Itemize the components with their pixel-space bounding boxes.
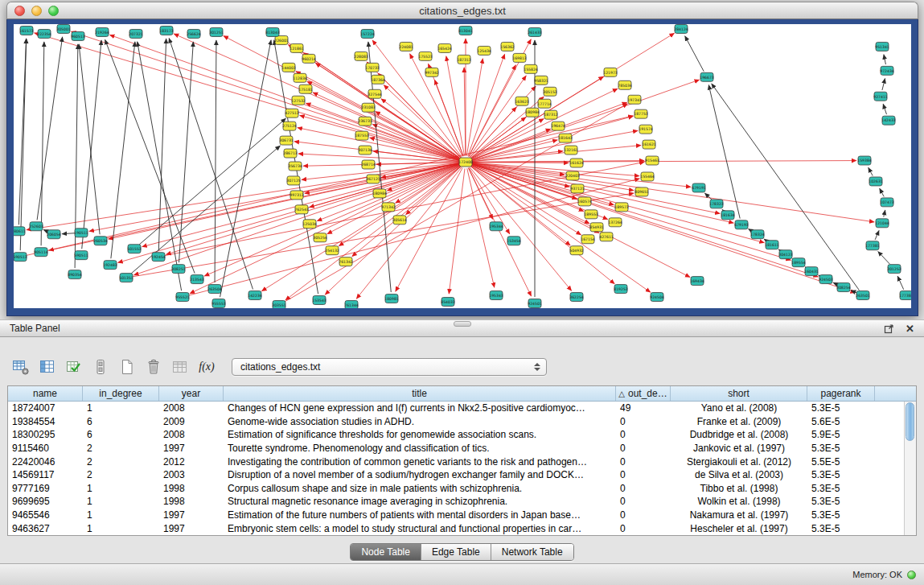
graph-edge[interactable]	[884, 210, 885, 216]
graph-node[interactable]: 301253	[887, 265, 901, 274]
zoom-window-button[interactable]	[48, 6, 59, 16]
graph-node[interactable]: 102631	[869, 177, 883, 186]
graph-node[interactable]: 157224	[360, 29, 375, 38]
graph-node[interactable]: 927411	[873, 92, 888, 101]
graph-node[interactable]: 254132	[325, 246, 339, 255]
scrollbar-thumb[interactable]	[906, 402, 914, 441]
graph-node[interactable]: 809651	[634, 187, 649, 196]
table-row[interactable]: 946554611997Estimation of the future num…	[8, 509, 916, 522]
graph-node[interactable]: 167154	[581, 235, 595, 244]
graph-node[interactable]: 367121	[366, 175, 380, 183]
graph-node[interactable]: 156362	[500, 42, 515, 51]
graph-node[interactable]: 261433	[528, 27, 542, 36]
graph-node[interactable]: 160431	[804, 267, 819, 276]
graph-edge[interactable]	[884, 55, 885, 64]
column-header-name[interactable]: name	[8, 386, 83, 401]
graph-edge[interactable]	[880, 188, 884, 196]
graph-node[interactable]: 169434	[690, 277, 704, 286]
graph-node[interactable]: 121973	[603, 68, 618, 76]
graph-edge[interactable]	[20, 39, 26, 250]
graph-node[interactable]: 305153	[543, 87, 557, 96]
graph-node[interactable]: 112834	[293, 73, 307, 82]
graph-node[interactable]: 197341	[627, 95, 642, 104]
graph-edge[interactable]	[169, 38, 253, 289]
graph-node[interactable]: 226001	[274, 35, 289, 44]
graph-node[interactable]: 190511	[74, 229, 88, 237]
graph-node[interactable]: 206054	[47, 230, 61, 239]
table-row[interactable]: 1830029562008Estimation of significance …	[8, 428, 916, 442]
graph-node[interactable]: 427611	[599, 233, 614, 241]
graph-node[interactable]: 172400	[458, 158, 473, 167]
graph-node[interactable]: 958321	[534, 76, 548, 84]
graph-node[interactable]: 854033	[441, 298, 455, 307]
import-table-button[interactable]	[169, 356, 191, 378]
graph-node[interactable]: 980611	[14, 227, 26, 236]
tab-edge-table[interactable]: Edge Table	[421, 544, 491, 560]
graph-node[interactable]: 187553	[355, 131, 369, 140]
graph-node[interactable]: 142234	[248, 291, 262, 300]
graph-node[interactable]: 165424	[437, 43, 452, 52]
graph-node[interactable]: 997342	[425, 68, 439, 76]
panel-divider-handle[interactable]	[454, 321, 471, 327]
graph-node[interactable]: 178324	[750, 230, 765, 239]
graph-node[interactable]: 161573	[19, 26, 34, 35]
graph-edge[interactable]	[41, 42, 44, 245]
graph-node[interactable]: 125434	[477, 46, 491, 55]
graph-node[interactable]: 501553	[127, 245, 142, 253]
graph-node[interactable]: 175523	[418, 51, 433, 60]
graph-edge[interactable]	[472, 163, 733, 223]
graph-node[interactable]: 263504	[207, 285, 222, 294]
graph-edge[interactable]	[174, 34, 460, 159]
graph-node[interactable]: 213543	[190, 275, 204, 284]
graph-node[interactable]: 132161	[564, 146, 578, 154]
graph-node[interactable]: 181643	[558, 134, 573, 142]
graph-node[interactable]: 228083	[354, 51, 368, 60]
graph-edge[interactable]	[446, 56, 465, 156]
graph-node[interactable]: 169813	[512, 53, 527, 62]
graph-node[interactable]: 121044	[875, 219, 889, 228]
graph-node[interactable]: 187313	[457, 55, 471, 64]
graph-node[interactable]: 307125	[286, 176, 301, 185]
graph-node[interactable]: 153454	[507, 237, 521, 245]
graph-node[interactable]: 286713	[283, 149, 298, 158]
graph-node[interactable]: 590513	[14, 253, 27, 262]
graph-edge[interactable]	[27, 116, 633, 255]
table-row[interactable]: 2242004622012Investigating the contribut…	[8, 455, 916, 468]
graph-node[interactable]: 252603	[29, 222, 43, 231]
graph-node[interactable]: 153543	[312, 296, 326, 305]
graph-node[interactable]: 501351	[119, 274, 133, 282]
table-scrollbar[interactable]	[904, 402, 916, 535]
graph-edge[interactable]	[472, 80, 700, 160]
graph-node[interactable]: 915463	[645, 156, 659, 165]
graph-node[interactable]: 284124	[674, 24, 688, 33]
graph-edge[interactable]	[62, 233, 75, 234]
graph-node[interactable]: 121861	[290, 43, 304, 52]
graph-node[interactable]: 196673	[700, 72, 714, 81]
graph-node[interactable]: 256624	[187, 29, 201, 38]
graph-edge[interactable]	[470, 97, 544, 158]
graph-node[interactable]: 305001	[56, 24, 71, 33]
graph-node[interactable]: 189554	[791, 258, 806, 267]
graph-node[interactable]: 155464	[640, 172, 655, 181]
graph-edge[interactable]	[190, 165, 460, 294]
graph-node[interactable]: 192483	[103, 261, 117, 270]
graph-node[interactable]: 195344	[489, 222, 503, 231]
graph-node[interactable]: 177381	[865, 241, 880, 250]
graph-node[interactable]: 303551	[272, 301, 286, 308]
graph-edge[interactable]	[883, 104, 886, 114]
column-header-title[interactable]: title	[224, 386, 616, 401]
graph-node[interactable]: 301251	[209, 27, 224, 36]
tab-node-table[interactable]: Node Table	[351, 544, 421, 560]
table-source-select[interactable]: citations_edges.txt	[232, 358, 547, 376]
graph-node[interactable]: 955553	[211, 299, 226, 308]
graph-node[interactable]: 163623	[515, 97, 529, 105]
graph-edge[interactable]	[215, 40, 216, 282]
graph-edge[interactable]	[472, 163, 874, 222]
graph-node[interactable]: 955521	[175, 293, 190, 302]
graph-edge[interactable]	[472, 164, 856, 293]
row-options-button[interactable]	[89, 356, 112, 378]
graph-node[interactable]: 972434	[880, 66, 894, 75]
table-row[interactable]: 969969511998Structural magnetic resonanc…	[8, 495, 916, 509]
graph-node[interactable]: 178323	[709, 200, 724, 208]
graph-node[interactable]: 207321	[129, 29, 143, 38]
